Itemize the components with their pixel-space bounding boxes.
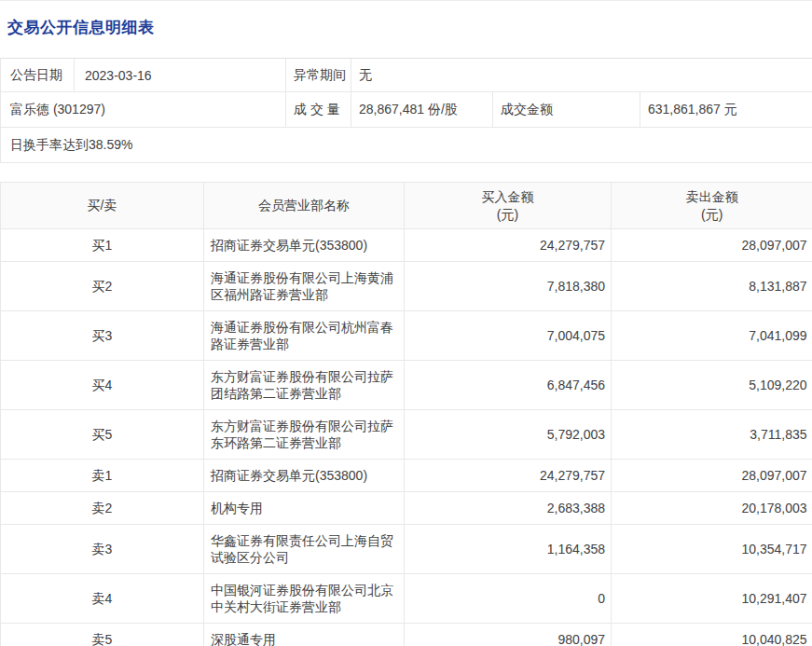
table-row: 卖1 招商证券交易单元(353800) 24,279,757 28,097,00… [1,460,812,492]
row-side-label: 卖4 [1,574,204,624]
row-branch-name: 海通证券股份有限公司杭州富春路证券营业部 [204,311,405,361]
table-header-row: 买/卖 会员营业部名称 买入金额 (元) 卖出金额 (元) [1,183,812,229]
turnover-label: 成交金额 [492,92,640,127]
row-branch-name: 东方财富证券股份有限公司拉萨东环路第二证券营业部 [204,410,405,460]
table-row: 买2 海通证券股份有限公司上海黄浦区福州路证券营业部 7,818,380 8,1… [1,262,812,311]
row-sell-amount: 5,109,220 [612,361,812,410]
row-side-label: 买4 [1,361,204,410]
row-branch-name: 机构专用 [204,492,405,525]
row-sell-amount: 10,291,407 [612,574,812,624]
row-buy-amount: 24,279,757 [405,229,612,262]
row-buy-amount: 7,004,075 [405,311,612,361]
row-buy-amount: 980,097 [405,624,612,646]
broker-rank-table: 买/卖 会员营业部名称 买入金额 (元) 卖出金额 (元) 买1 招商证券交易单… [0,182,812,646]
table-row: 卖2 机构专用 2,683,388 20,178,003 [1,492,812,525]
row-side-label: 买5 [1,410,204,460]
row-buy-amount: 0 [405,574,612,624]
turnover-value: 631,861,867 元 [640,92,812,127]
abnormal-period-value: 无 [351,59,812,91]
row-buy-amount: 7,818,380 [405,262,612,311]
table-row: 卖4 中国银河证券股份有限公司北京中关村大街证券营业部 0 10,291,407 [1,574,812,624]
table-row: 买3 海通证券股份有限公司杭州富春路证券营业部 7,004,075 7,041,… [1,311,812,361]
row-sell-amount: 3,711,835 [612,410,812,460]
col-header-side: 买/卖 [1,183,204,229]
row-side-label: 卖1 [1,460,204,492]
table-row: 买5 东方财富证券股份有限公司拉萨东环路第二证券营业部 5,792,003 3,… [1,410,812,460]
abnormal-period-label: 异常期间 [285,59,351,91]
col-header-branch-name: 会员营业部名称 [204,183,405,229]
row-branch-name: 华鑫证券有限责任公司上海自贸试验区分公司 [204,525,405,574]
row-buy-amount: 24,279,757 [405,460,612,492]
row-sell-amount: 28,097,007 [612,229,812,262]
row-side-label: 卖3 [1,525,204,574]
row-side-label: 买3 [1,311,204,361]
table-row: 买1 招商证券交易单元(353800) 24,279,757 28,097,00… [1,229,812,262]
summary-info-table: 公告日期 2023-03-16 异常期间 无 富乐德 (301297) 成 交 … [0,58,812,163]
row-branch-name: 招商证券交易单元(353800) [204,460,405,492]
announce-date-label: 公告日期 [1,59,74,91]
row-branch-name: 招商证券交易单元(353800) [204,229,405,262]
row-buy-amount: 6,847,456 [405,361,612,410]
row-side-label: 卖2 [1,492,204,525]
row-branch-name: 海通证券股份有限公司上海黄浦区福州路证券营业部 [204,262,405,311]
summary-row-note: 日换手率达到38.59% [1,128,812,163]
page-title: 交易公开信息明细表 [7,17,812,38]
table-row: 卖3 华鑫证券有限责任公司上海自贸试验区分公司 1,164,358 10,354… [1,525,812,574]
row-branch-name: 中国银河证券股份有限公司北京中关村大街证券营业部 [204,574,405,624]
volume-value: 28,867,481 份/股 [351,92,492,127]
row-buy-amount: 1,164,358 [405,525,612,574]
row-sell-amount: 28,097,007 [612,460,812,492]
row-buy-amount: 2,683,388 [405,492,612,525]
table-row: 卖5 深股通专用 980,097 10,040,825 [1,624,812,646]
row-side-label: 卖5 [1,624,204,646]
summary-row-stock: 富乐德 (301297) 成 交 量 28,867,481 份/股 成交金额 6… [1,92,812,128]
col-header-sell-amount: 卖出金额 (元) [612,183,812,229]
trading-disclosure-page: 交易公开信息明细表 公告日期 2023-03-16 异常期间 无 富乐德 (30… [0,0,812,646]
stock-name-code: 富乐德 (301297) [1,92,285,127]
announce-date-value: 2023-03-16 [74,59,285,91]
row-buy-amount: 5,792,003 [405,410,612,460]
row-sell-amount: 10,040,825 [612,624,812,646]
row-branch-name: 东方财富证券股份有限公司拉萨团结路第二证券营业部 [204,361,405,410]
row-sell-amount: 7,041,099 [612,311,812,361]
row-branch-name: 深股通专用 [204,624,405,646]
row-sell-amount: 10,354,717 [612,525,812,574]
row-sell-amount: 8,131,887 [612,262,812,311]
turnover-rate-note: 日换手率达到38.59% [1,128,812,162]
broker-table-body: 买1 招商证券交易单元(353800) 24,279,757 28,097,00… [1,229,812,646]
row-side-label: 买1 [1,229,204,262]
volume-label: 成 交 量 [285,92,351,127]
row-sell-amount: 20,178,003 [612,492,812,525]
table-row: 买4 东方财富证券股份有限公司拉萨团结路第二证券营业部 6,847,456 5,… [1,361,812,410]
row-side-label: 买2 [1,262,204,311]
col-header-buy-amount: 买入金额 (元) [405,183,612,229]
summary-row-date: 公告日期 2023-03-16 异常期间 无 [1,59,812,92]
